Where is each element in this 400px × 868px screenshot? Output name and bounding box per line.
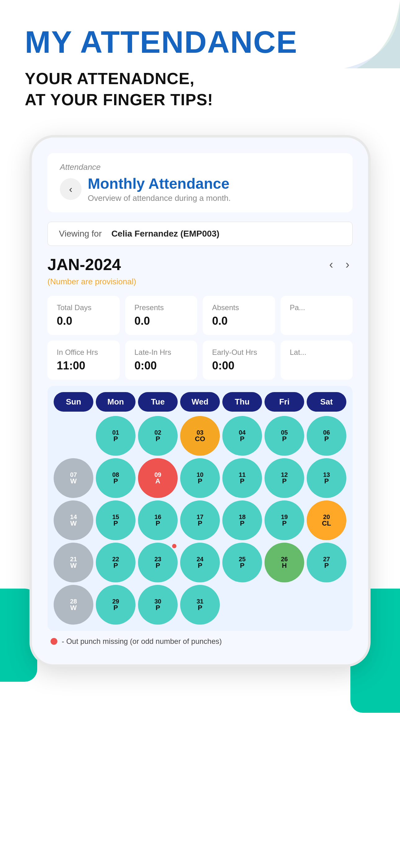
cal-cell-empty-4-6 — [307, 585, 346, 625]
nav-arrows: ‹ › — [326, 258, 353, 271]
day-status: P — [282, 478, 287, 485]
phone-container: Attendance ‹ Monthly Attendance Overview… — [0, 123, 400, 667]
cal-cell-31[interactable]: 31P — [180, 585, 220, 625]
stat-label: Late-In Hrs — [135, 348, 188, 357]
cal-cell-14[interactable]: 14W — [54, 500, 93, 540]
cal-cell-11[interactable]: 11P — [222, 458, 262, 498]
day-status: P — [156, 436, 160, 442]
cal-cell-26[interactable]: 26H — [265, 542, 304, 582]
day-status: P — [156, 520, 160, 527]
stat-value: 0:00 — [212, 359, 266, 372]
phone-mockup: Attendance ‹ Monthly Attendance Overview… — [29, 135, 371, 667]
main-title: MY ATTENDANCE — [25, 25, 375, 59]
day-status: P — [324, 562, 329, 569]
day-status: W — [70, 604, 77, 611]
cal-cell-09[interactable]: 09A — [138, 458, 178, 498]
cal-cell-20[interactable]: 20CL — [307, 500, 346, 540]
cal-cell-05[interactable]: 05P — [265, 416, 304, 456]
day-status: P — [198, 520, 202, 527]
phone-inner: Attendance ‹ Monthly Attendance Overview… — [32, 137, 368, 664]
stat-card-2: Absents0.0 — [203, 296, 275, 335]
cal-cell-12[interactable]: 12P — [265, 458, 304, 498]
punch-missing-dot — [172, 544, 176, 548]
day-number: 11 — [239, 471, 245, 478]
day-status: P — [282, 436, 287, 442]
attendance-header-card: Attendance ‹ Monthly Attendance Overview… — [47, 153, 353, 212]
cal-cell-08[interactable]: 08P — [96, 458, 135, 498]
day-status: P — [198, 604, 202, 611]
cal-cell-29[interactable]: 29P — [96, 585, 135, 625]
legend: - Out punch missing (or odd number of pu… — [47, 637, 353, 646]
cal-cell-07[interactable]: 07W — [54, 458, 93, 498]
day-number: 03 — [197, 429, 203, 436]
prev-month-button[interactable]: ‹ — [326, 258, 336, 271]
cal-cell-13[interactable]: 13P — [307, 458, 346, 498]
stat-label: Total Days — [57, 303, 110, 312]
day-number: 31 — [197, 598, 203, 604]
header-text-block: Monthly Attendance Overview of attendanc… — [88, 175, 231, 203]
day-number: 02 — [155, 429, 161, 436]
cal-cell-15[interactable]: 15P — [96, 500, 135, 540]
cal-cell-18[interactable]: 18P — [222, 500, 262, 540]
day-number: 01 — [112, 429, 119, 436]
cal-cell-17[interactable]: 17P — [180, 500, 220, 540]
legend-text: - Out punch missing (or odd number of pu… — [62, 637, 222, 646]
cal-cell-25[interactable]: 25P — [222, 542, 262, 582]
back-button[interactable]: ‹ — [60, 178, 81, 200]
day-number: 17 — [197, 514, 203, 520]
stats-row-2: In Office Hrs11:00Late-In Hrs0:00Early-O… — [47, 341, 353, 380]
day-number: 05 — [281, 429, 288, 436]
day-status: P — [113, 562, 118, 569]
day-status: P — [156, 604, 160, 611]
day-number: 21 — [70, 556, 77, 562]
stat-value: 0.0 — [212, 314, 266, 328]
day-number: 15 — [112, 514, 119, 520]
cal-cell-21[interactable]: 21W — [54, 542, 93, 582]
calendar: SunMonTueWedThuFriSat 01P02P03CO04P05P06… — [47, 386, 353, 631]
next-month-button[interactable]: › — [342, 258, 353, 271]
cal-cell-01[interactable]: 01P — [96, 416, 135, 456]
stat-label: Pa... — [290, 303, 343, 312]
day-status: A — [155, 478, 160, 485]
day-number: 08 — [112, 471, 119, 478]
day-status: W — [70, 562, 77, 569]
stat-card-2-2: Early-Out Hrs0:00 — [203, 341, 275, 380]
stat-card-3: Pa... — [280, 296, 353, 335]
day-status: P — [324, 478, 329, 485]
cal-cell-19[interactable]: 19P — [265, 500, 304, 540]
day-number: 06 — [323, 429, 330, 436]
cal-day-header-tue: Tue — [138, 392, 178, 412]
stat-label: Presents — [135, 303, 188, 312]
day-number: 29 — [112, 598, 119, 604]
stat-label: In Office Hrs — [57, 348, 110, 357]
viewing-for-label: Viewing for — [59, 229, 102, 239]
viewing-for-box: Viewing for Celia Fernandez (EMP003) — [47, 222, 353, 246]
day-status: P — [324, 436, 329, 442]
cal-cell-10[interactable]: 10P — [180, 458, 220, 498]
cal-cell-28[interactable]: 28W — [54, 585, 93, 625]
cal-cell-24[interactable]: 24P — [180, 542, 220, 582]
day-number: 12 — [281, 471, 288, 478]
day-status: W — [70, 478, 77, 485]
cal-cell-04[interactable]: 04P — [222, 416, 262, 456]
day-number: 30 — [155, 598, 161, 604]
day-number: 10 — [197, 471, 203, 478]
day-status: P — [198, 478, 202, 485]
cal-cell-23[interactable]: 23P — [138, 542, 178, 582]
cal-cell-30[interactable]: 30P — [138, 585, 178, 625]
day-status: P — [240, 478, 245, 485]
cal-cell-27[interactable]: 27P — [307, 542, 346, 582]
subtitle: YOUR ATTENADNCE, AT YOUR FINGER TIPS! — [25, 68, 375, 110]
day-status: P — [198, 562, 202, 569]
cal-day-header-sat: Sat — [307, 392, 346, 412]
day-status: P — [113, 604, 118, 611]
cal-cell-02[interactable]: 02P — [138, 416, 178, 456]
cal-day-header-wed: Wed — [180, 392, 220, 412]
cal-cell-06[interactable]: 06P — [307, 416, 346, 456]
legend-dot — [51, 638, 57, 645]
cal-cell-22[interactable]: 22P — [96, 542, 135, 582]
cal-cell-16[interactable]: 16P — [138, 500, 178, 540]
subtitle-line2: AT YOUR FINGER TIPS! — [25, 89, 375, 111]
cal-cell-03[interactable]: 03CO — [180, 416, 220, 456]
cal-cell-empty-4-5 — [265, 585, 304, 625]
